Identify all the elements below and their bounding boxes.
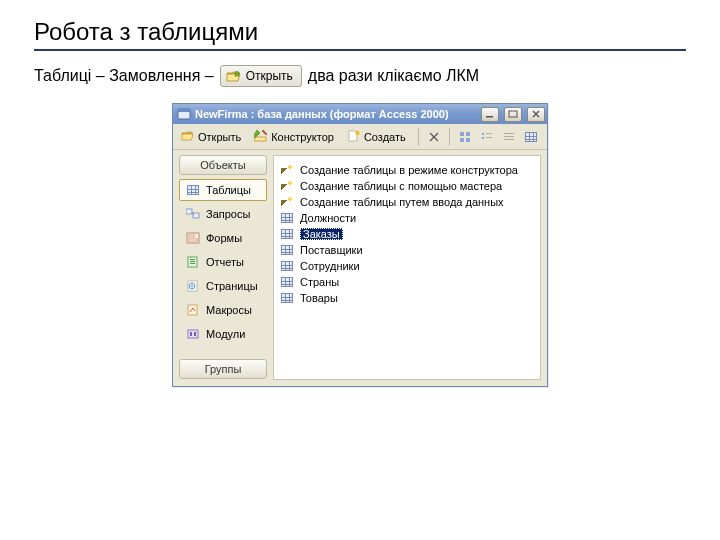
instruction-line: Таблиці – Замовлення – Открыть два рази …	[34, 65, 686, 87]
list-item[interactable]: Должности	[278, 210, 536, 226]
svg-rect-21	[189, 235, 194, 237]
folder-open-icon	[226, 69, 242, 83]
table-icon	[280, 259, 294, 273]
sidebar-item-pages[interactable]: Страницы	[179, 275, 267, 297]
title-divider	[34, 49, 686, 51]
sidebar-item-macros[interactable]: Макросы	[179, 299, 267, 321]
svg-rect-19	[193, 213, 199, 218]
forms-icon	[186, 231, 200, 245]
toolbar: Открыть Конструктор Создать	[173, 124, 547, 150]
list-item[interactable]: Заказы	[278, 226, 536, 242]
svg-rect-3	[509, 111, 517, 117]
sidebar-item-modules[interactable]: Модули	[179, 323, 267, 345]
toolbar-details-button[interactable]	[521, 129, 541, 145]
window-title: NewFirma : база данных (формат Access 20…	[195, 108, 476, 120]
reports-icon	[186, 255, 200, 269]
toolbar-delete-button[interactable]	[424, 128, 444, 146]
list-item[interactable]: Создание таблицы путем ввода данных	[278, 194, 536, 210]
object-list: Создание таблицы в режиме конструктора С…	[273, 155, 541, 380]
sidebar-item-forms[interactable]: Формы	[179, 227, 267, 249]
sidebar-item-label: Отчеты	[206, 256, 244, 268]
sidebar-objects-header[interactable]: Объекты	[179, 155, 267, 175]
svg-rect-12	[482, 137, 484, 139]
inline-open-button-label: Открыть	[246, 69, 293, 83]
list-item-label: Должности	[300, 212, 356, 224]
wizard-icon	[280, 179, 294, 193]
svg-rect-26	[190, 263, 195, 264]
toolbar-open-button[interactable]: Открыть	[177, 127, 248, 147]
svg-rect-14	[486, 137, 492, 138]
access-db-window: NewFirma : база данных (формат Access 20…	[172, 103, 548, 387]
sidebar-groups-header[interactable]: Группы	[179, 359, 267, 379]
toolbar-create-button[interactable]: Создать	[343, 127, 413, 147]
svg-rect-29	[188, 305, 197, 315]
svg-rect-9	[460, 138, 464, 142]
minimize-button[interactable]	[481, 107, 499, 122]
macros-icon	[186, 303, 200, 317]
folder-open-icon	[181, 130, 195, 144]
wizard-icon	[280, 195, 294, 209]
svg-rect-1	[178, 109, 190, 112]
toolbar-separator	[449, 128, 450, 146]
toolbar-list-button[interactable]	[499, 128, 519, 146]
list-item[interactable]: Создание таблицы в режиме конструктора	[278, 162, 536, 178]
list-item[interactable]: Товары	[278, 290, 536, 306]
sidebar-item-label: Макросы	[206, 304, 252, 316]
list-item-label: Создание таблицы с помощью мастера	[300, 180, 502, 192]
sidebar-item-tables[interactable]: Таблицы	[179, 179, 267, 201]
list-item-label: Страны	[300, 276, 339, 288]
list-item[interactable]: Поставщики	[278, 242, 536, 258]
toolbar-large-icons-button[interactable]	[455, 128, 475, 146]
list-item-label: Сотрудники	[300, 260, 360, 272]
inline-open-button[interactable]: Открыть	[220, 65, 302, 87]
table-icon	[280, 243, 294, 257]
instruction-suffix: два рази клікаємо ЛКМ	[308, 67, 479, 85]
list-item-label: Создание таблицы путем ввода данных	[300, 196, 504, 208]
svg-rect-20	[187, 233, 199, 243]
svg-rect-2	[486, 116, 493, 118]
toolbar-design-button[interactable]: Конструктор	[250, 127, 341, 147]
pages-icon	[186, 279, 200, 293]
svg-rect-18	[186, 209, 192, 214]
new-icon	[347, 130, 361, 144]
window-body: Объекты Таблицы Запросы Формы Отчеты Стр…	[173, 150, 547, 386]
slide-title: Робота з таблицями	[34, 18, 686, 46]
svg-rect-17	[504, 139, 514, 140]
toolbar-separator	[418, 128, 419, 146]
sidebar-item-queries[interactable]: Запросы	[179, 203, 267, 225]
list-item[interactable]: Страны	[278, 274, 536, 290]
toolbar-open-label: Открыть	[198, 131, 241, 143]
sidebar-item-label: Таблицы	[206, 184, 251, 196]
list-item-label: Поставщики	[300, 244, 363, 256]
sidebar-item-label: Запросы	[206, 208, 250, 220]
svg-rect-22	[189, 239, 197, 241]
table-icon	[280, 211, 294, 225]
table-icon	[280, 227, 294, 241]
sidebar-item-label: Страницы	[206, 280, 258, 292]
wizard-icon	[280, 163, 294, 177]
close-button[interactable]	[527, 107, 545, 122]
svg-rect-32	[194, 332, 196, 336]
sidebar-item-reports[interactable]: Отчеты	[179, 251, 267, 273]
ruler-pencil-icon	[254, 130, 268, 144]
svg-rect-16	[504, 136, 514, 137]
toolbar-design-label: Конструктор	[271, 131, 334, 143]
table-icon	[186, 183, 200, 197]
svg-rect-8	[466, 132, 470, 136]
list-item-label: Товары	[300, 292, 338, 304]
maximize-button[interactable]	[504, 107, 522, 122]
toolbar-small-icons-button[interactable]	[477, 128, 497, 146]
instruction-prefix: Таблиці – Замовлення –	[34, 67, 214, 85]
list-item-label: Заказы	[300, 228, 343, 240]
queries-icon	[186, 207, 200, 221]
list-item-label: Создание таблицы в режиме конструктора	[300, 164, 518, 176]
sidebar-item-label: Формы	[206, 232, 242, 244]
svg-rect-25	[190, 261, 195, 262]
window-titlebar: NewFirma : база данных (формат Access 20…	[173, 104, 547, 124]
table-icon	[280, 275, 294, 289]
svg-rect-13	[486, 133, 492, 134]
list-item[interactable]: Сотрудники	[278, 258, 536, 274]
svg-rect-15	[504, 133, 514, 134]
app-icon	[177, 107, 191, 121]
list-item[interactable]: Создание таблицы с помощью мастера	[278, 178, 536, 194]
